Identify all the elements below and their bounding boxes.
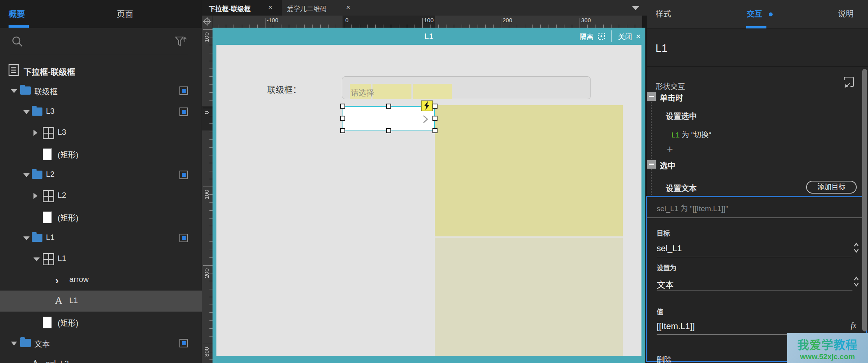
resize-handle-se[interactable] (432, 128, 438, 133)
caret-right-icon[interactable] (33, 193, 37, 199)
repeater-region-upper[interactable] (435, 105, 623, 236)
tree-row[interactable]: (矩形) (0, 206, 202, 227)
caret-right-icon[interactable] (33, 130, 37, 136)
tree-item-label[interactable]: (矩形) (58, 149, 78, 160)
collapse-event-icon[interactable] (647, 92, 656, 101)
tree-row[interactable]: L2 (0, 164, 202, 185)
repeater-region-lower[interactable] (435, 238, 623, 356)
page-title-row: 下拉框-联级框 (0, 62, 202, 79)
rectangle-widget-icon (43, 148, 52, 160)
event-selected[interactable]: 选中 (660, 160, 675, 171)
tree-row[interactable]: Asel_L3 (0, 354, 202, 363)
set-to-field-value[interactable]: 文本 (657, 278, 674, 290)
tree-row[interactable]: L3 (0, 101, 202, 122)
set-to-select-stepper-icon[interactable] (853, 276, 859, 287)
caret-down-icon[interactable] (23, 173, 30, 177)
action-case-summary[interactable]: L1 为 "切换" (671, 129, 711, 139)
tree-row[interactable]: L2 (0, 185, 202, 206)
resize-handle-w[interactable] (340, 116, 345, 121)
tree-item-label[interactable]: L3 (46, 107, 54, 116)
add-target-button[interactable]: 添加目标 (806, 181, 857, 194)
action-set-selected[interactable]: 设置选中 (666, 110, 697, 122)
tree-item-label[interactable]: sel_L3 (46, 359, 69, 363)
tree-item-label[interactable]: L2 (58, 191, 66, 200)
caret-down-icon[interactable] (11, 342, 17, 345)
tab-pages[interactable]: 页面 (117, 0, 133, 28)
resize-handle-ne[interactable] (432, 104, 438, 109)
ruler-tick (218, 25, 218, 28)
cascading-dropdown-widget[interactable]: 请选择 (342, 76, 591, 99)
ruler-tick (344, 18, 344, 28)
panel-scrollbar-thumb[interactable] (862, 69, 867, 331)
ruler-tick (209, 61, 213, 61)
tree-item-label[interactable]: L2 (46, 170, 54, 179)
action-set-text[interactable]: 设置文本 (666, 182, 697, 194)
design-canvas[interactable]: 请选择 联级框： L1 隔离 关 (213, 28, 645, 363)
tree-item-label[interactable]: 文本 (34, 338, 50, 349)
ruler-origin-button[interactable] (202, 16, 213, 28)
resize-handle-s[interactable] (386, 128, 391, 133)
target-select-stepper-icon[interactable] (853, 242, 859, 254)
isolate-checkbox[interactable] (179, 339, 188, 347)
widget-name-field[interactable]: L1 (655, 42, 668, 55)
tree-item-label[interactable]: L1 (46, 233, 54, 242)
delete-action-link[interactable]: 删除 (657, 354, 671, 363)
tree-row[interactable]: L3 (0, 122, 202, 143)
resize-handle-n[interactable] (386, 104, 391, 109)
tree-item-label[interactable]: L3 (58, 128, 66, 137)
tree-row[interactable]: (矩形) (0, 312, 202, 333)
tree-row[interactable]: L1 (0, 248, 202, 270)
isolate-checkbox[interactable] (179, 86, 188, 95)
tab-interactions[interactable]: 交互 (747, 0, 762, 28)
tab-style[interactable]: 样式 (655, 0, 671, 28)
target-field-value[interactable]: sel_L1 (657, 243, 682, 254)
tab-notes[interactable]: 说明 (838, 0, 854, 28)
add-action-button[interactable]: + (667, 143, 673, 155)
value-field-input[interactable]: [[Item.L1]] (657, 321, 695, 331)
tree-item-label[interactable]: arrow (69, 275, 89, 284)
doc-tab-cascading[interactable]: 下拉框-联级框 × (202, 0, 282, 16)
resize-handle-nw[interactable] (340, 104, 345, 109)
tree-row[interactable]: 联级框 (0, 80, 202, 101)
outline-sidebar: 联级框L3L3(矩形)L2L2(矩形)L1L1›arrowAL1(矩形)文本As… (0, 0, 202, 363)
resize-handle-e[interactable] (432, 116, 438, 121)
tree-item-label[interactable]: L1 (58, 254, 66, 263)
isolate-checkbox[interactable] (179, 107, 188, 116)
tab-overview[interactable]: 概要 (9, 0, 25, 28)
tree-row[interactable]: AL1 (0, 291, 202, 312)
close-tab-icon[interactable]: × (268, 3, 272, 12)
resize-handle-sw[interactable] (340, 128, 345, 133)
interaction-lightning-badge[interactable] (421, 100, 433, 111)
tree-row[interactable]: 文本 (0, 333, 202, 354)
ruler-tick (462, 25, 462, 28)
event-onclick[interactable]: 单击时 (660, 92, 683, 103)
caret-down-icon[interactable] (11, 89, 17, 93)
close-tab-icon[interactable]: × (346, 3, 350, 12)
tree-row[interactable]: ›arrow (0, 270, 202, 291)
close-isolation-icon[interactable]: × (636, 32, 641, 41)
tree-item-label[interactable]: (矩形) (58, 317, 78, 328)
tab-list-dropdown-icon[interactable] (632, 6, 639, 10)
tree-row[interactable]: L1 (0, 227, 202, 248)
doc-tab-qrcode[interactable]: 爱学儿二维码 × (282, 0, 360, 16)
isolate-button[interactable]: 隔离 (580, 31, 594, 41)
tree-row[interactable]: (矩形) (0, 143, 202, 164)
select-shape-icon[interactable] (843, 76, 854, 88)
fx-expression-icon[interactable]: fx (851, 321, 856, 330)
caret-down-icon[interactable] (23, 110, 30, 114)
ruler-tick (209, 320, 213, 321)
isolate-checkbox[interactable] (179, 171, 188, 179)
caret-down-icon[interactable] (23, 236, 30, 240)
tree-item-label[interactable]: L1 (69, 296, 78, 305)
caret-down-icon[interactable] (33, 257, 40, 261)
tree-item-label[interactable]: 联级框 (34, 86, 58, 97)
vertical-ruler: -1000100200300 (202, 28, 213, 363)
filter-icon[interactable] (175, 37, 187, 47)
close-isolation-button[interactable]: 关闭 (618, 31, 632, 41)
tree-item-label[interactable]: (矩形) (58, 212, 78, 223)
isolate-checkbox[interactable] (179, 234, 188, 242)
ruler-tick (273, 25, 273, 28)
collapse-event-icon[interactable] (647, 160, 656, 169)
isolate-icon[interactable] (597, 32, 605, 40)
search-icon[interactable] (12, 36, 23, 48)
